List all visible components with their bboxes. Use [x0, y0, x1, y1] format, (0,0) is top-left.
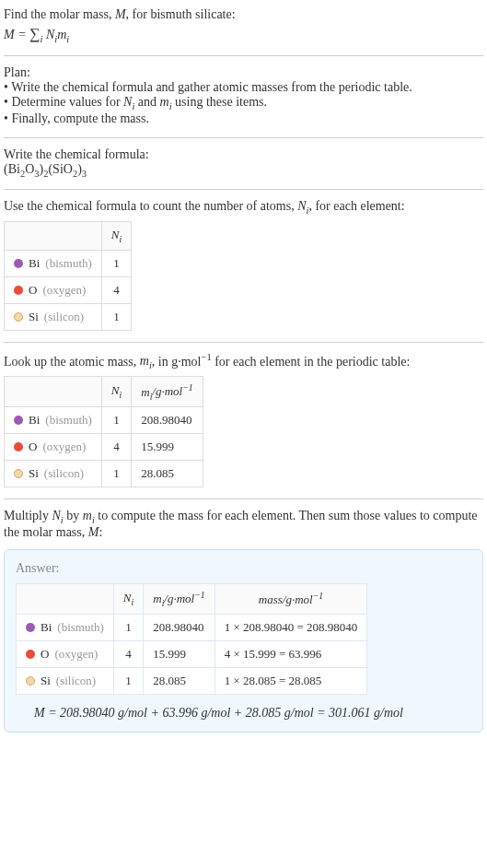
neg1: −1 [194, 590, 204, 600]
divider [4, 499, 483, 499]
table-row: Bi (bismuth) 1 208.98040 [5, 407, 203, 434]
plan-item: • Determine values for Ni and mi using t… [4, 95, 483, 111]
element-cell: Bi (bismuth) [5, 250, 102, 276]
lookup-text: , in g·mol [152, 354, 202, 368]
cf: O [25, 162, 34, 176]
ni-value: 1 [101, 407, 131, 434]
lookup-text: for each element in the periodic table: [212, 354, 411, 368]
neg1: −1 [182, 382, 192, 393]
table-header-row: Ni mi/g·mol−1 mass/g·mol−1 [17, 583, 367, 614]
multiply-intro: Multiply Ni by mi to compute the mass fo… [4, 509, 483, 540]
ni-value: 1 [113, 614, 143, 640]
table-header-row: Ni mi/g·mol−1 [5, 377, 203, 407]
hNi: i [120, 390, 122, 400]
count-table: Ni Bi (bismuth) 1 O (oxygen) 4 Si (silic… [4, 221, 132, 331]
ni-value: 1 [101, 461, 131, 487]
mi-value: 15.999 [132, 434, 203, 461]
table-row: Si (silicon) 1 28.085 [5, 461, 203, 487]
ni-value: 4 [101, 276, 131, 303]
plan-text: using these items. [172, 95, 267, 109]
molar-mass-formula: M = ∑i Nimi [4, 26, 483, 44]
element-cell: O (oxygen) [5, 276, 102, 303]
var-mi: mi [83, 509, 95, 522]
cf-sub: 3 [82, 168, 87, 178]
dot-icon [14, 442, 23, 452]
count-text: Use the chemical formula to count the nu… [4, 199, 297, 213]
var-Ni: Ni [297, 199, 308, 213]
neg1: −1 [313, 591, 323, 601]
table-row: Si (silicon) 1 [5, 303, 132, 330]
el-sym: O [29, 440, 37, 454]
ni-value: 1 [101, 250, 131, 276]
var-Ni: Ni [52, 509, 64, 522]
chemformula-title: Write the chemical formula: [4, 147, 483, 162]
el-sym: Si [29, 466, 39, 481]
mass-value: 1 × 28.085 = 28.085 [215, 667, 367, 694]
el-name: (silicon) [44, 310, 84, 324]
el-sym: Bi [29, 256, 40, 271]
var-M: M [115, 7, 126, 21]
var-mi: mi [160, 95, 172, 109]
lookup-table: Ni mi/g·mol−1 Bi (bismuth) 1 208.98040 O… [4, 376, 203, 487]
el-sym: Si [41, 674, 51, 688]
el-sym: O [41, 647, 49, 662]
formula-lhs: M [4, 28, 15, 41]
mi-value: 28.085 [132, 461, 203, 487]
count-text: , for each element: [308, 199, 404, 213]
mass-label: mass/g·mol [259, 592, 313, 606]
plan-section: Plan: • Write the chemical formula and g… [4, 65, 483, 126]
mult-text: Multiply [4, 509, 52, 522]
header-Ni: Ni [101, 377, 131, 407]
el-name: (bismuth) [57, 620, 104, 635]
el-name: (silicon) [44, 466, 84, 481]
empty-header [5, 222, 102, 251]
hm: m [153, 592, 161, 605]
element-cell: Si (silicon) [5, 303, 102, 330]
header-Ni: Ni [101, 222, 131, 251]
table-row: O (oxygen) 4 [5, 276, 132, 303]
el-name: (bismuth) [45, 256, 92, 271]
table-row: O (oxygen) 4 15.999 4 × 15.999 = 63.996 [17, 640, 367, 667]
header-mi: mi/g·mol−1 [132, 377, 203, 407]
chemical-formula-section: Write the chemical formula: (Bi2O3)2(SiO… [4, 147, 483, 179]
cf: (Bi [4, 162, 20, 176]
hNi: i [132, 597, 134, 607]
divider [4, 137, 483, 138]
mi-value: 28.085 [144, 667, 215, 694]
dot-icon [14, 286, 23, 295]
intro-section: Find the molar mass, M, for bismuth sili… [4, 7, 483, 44]
intro-line: Find the molar mass, M, for bismuth sili… [4, 7, 483, 22]
divider [4, 55, 483, 56]
el-name: (bismuth) [45, 413, 92, 428]
table-row: Bi (bismuth) 1 [5, 250, 132, 276]
hN: N [123, 591, 132, 604]
el-sym: Si [29, 310, 39, 324]
element-cell: Si (silicon) [17, 667, 114, 694]
hNi: i [120, 234, 122, 244]
el-sym: O [29, 283, 37, 298]
dot-icon [14, 259, 23, 268]
ni-value: 4 [113, 640, 143, 667]
el-name: (oxygen) [42, 283, 86, 298]
plan-item: • Write the chemical formula and gather … [4, 80, 483, 95]
empty-header [17, 583, 114, 614]
element-cell: Si (silicon) [5, 461, 102, 487]
gmol: /g·mol [152, 385, 182, 399]
final-result: M = 208.98040 g/mol + 63.996 g/mol + 28.… [16, 706, 471, 721]
m-sub: i [66, 34, 69, 44]
hN: N [111, 383, 120, 397]
mi-value: 15.999 [144, 640, 215, 667]
mi-value: 208.98040 [144, 614, 215, 640]
divider [4, 189, 483, 190]
ni-value: 4 [101, 434, 131, 461]
formula-N: N [42, 28, 54, 41]
var-Ni: Ni [123, 95, 134, 109]
dot-icon [14, 469, 23, 478]
table-row: Bi (bismuth) 1 208.98040 1 × 208.98040 =… [17, 614, 367, 640]
lookup-intro: Look up the atomic mass, mi, in g·mol−1 … [4, 352, 483, 370]
dot-icon [26, 676, 35, 686]
header-mass: mass/g·mol−1 [215, 583, 367, 614]
ni-value: 1 [113, 667, 143, 694]
sigma-icon: ∑ [29, 26, 40, 41]
answer-table: Ni mi/g·mol−1 mass/g·mol−1 Bi (bismuth) … [16, 583, 367, 695]
